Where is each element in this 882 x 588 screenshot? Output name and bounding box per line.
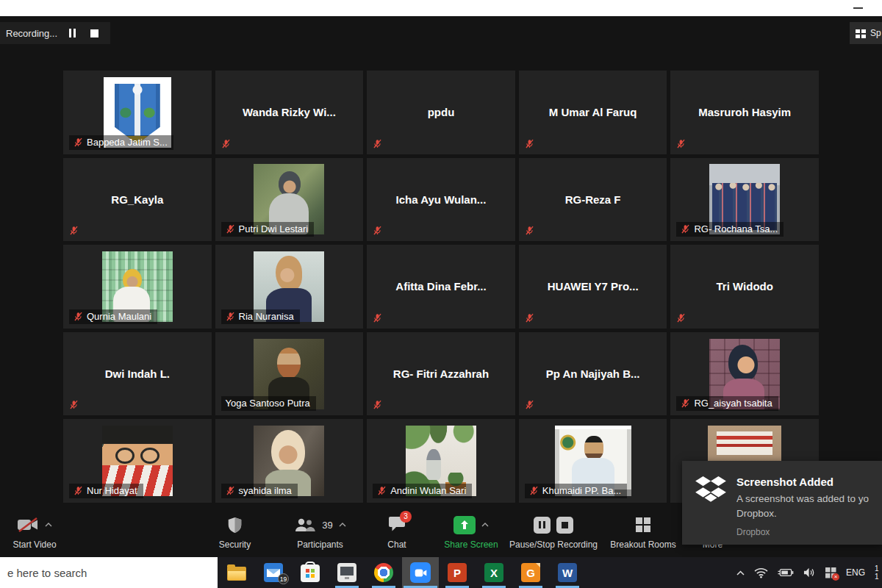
speaker-view-button[interactable]: Sp [850,22,882,44]
share-screen-button[interactable]: Share Screen [431,515,512,550]
chevron-up-icon[interactable] [339,523,346,527]
search-placeholder: e here to search [7,567,87,579]
participant-tile[interactable]: Icha Ayu Wulan... [367,158,515,242]
participant-tile[interactable]: Masruroh Hasyim [670,71,819,154]
word-taskbar-icon[interactable]: W [549,557,586,588]
g-pdf-app-taskbar-icon[interactable]: G [512,557,549,588]
gallery-grid-icon [856,29,860,33]
participant-tile[interactable]: Dwi Indah L. [63,332,212,416]
start-video-button[interactable]: Start Video [1,515,68,550]
notification-title: Screenshot Added [736,476,869,488]
wifi-icon[interactable] [754,567,768,578]
volume-icon[interactable] [803,567,816,578]
excel-taskbar-icon[interactable]: X [476,557,512,588]
participant-tile[interactable]: Pp An Najiyah B... [519,332,667,416]
participant-tile[interactable]: Wanda Rizky Wi... [215,71,364,154]
participant-name: Icha Ayu Wulan... [390,193,492,206]
mail-taskbar-icon[interactable]: 19 [255,557,292,588]
muted-mic-icon [525,400,534,409]
muted-mic-icon [226,312,235,321]
participants-button[interactable]: 39 Participants [282,515,359,550]
recording-label: Recording... [6,28,57,39]
pause-recording-icon[interactable] [534,517,551,534]
breakout-rooms-button[interactable]: Breakout Rooms [603,515,684,550]
participant-name-label: Khumaidi PP. Ba... [525,484,627,498]
participant-name-label: Qurnia Maulani [69,309,157,324]
participant-tile[interactable]: RG- Rochana Tsa... [670,158,819,242]
desktop-app-taskbar-icon[interactable] [329,557,365,588]
muted-mic-icon [74,486,83,495]
clock-fragment[interactable]: 11 [875,564,880,581]
participant-name-label: Bappeda Jatim S... [69,135,173,150]
participant-tile[interactable]: Qurnia Maulani [63,245,212,329]
pause-stop-recording-label: Pause/Stop Recording [509,539,598,550]
powerpoint-taskbar-icon[interactable]: P [439,557,476,588]
chat-badge: 3 [400,511,412,523]
participant-name-label: Ria Nuranisa [221,309,300,324]
share-screen-icon [453,516,476,534]
stop-icon [90,29,98,37]
muted-mic-icon [525,139,534,148]
participant-name-label: Putri Dwi Lestari [221,222,315,237]
participants-label: Participants [297,539,343,550]
participant-tile[interactable]: Putri Dwi Lestari [215,158,364,242]
participant-tile[interactable]: RG-Reza F [519,158,667,242]
chrome-taskbar-icon[interactable] [365,557,402,588]
security-button[interactable]: Security [207,515,262,550]
pause-stop-recording-button[interactable]: Pause/Stop Recording [506,515,601,550]
stop-recording-button[interactable] [87,26,101,40]
taskbar-search-input[interactable]: e here to search [0,557,218,588]
participant-name-label: RG- Rochana Tsa... [676,222,784,237]
muted-mic-icon [681,224,690,234]
participant-tile[interactable]: HUAWEI Y7 Pro... [519,245,667,329]
muted-mic-icon [676,313,686,323]
participant-tile[interactable]: RG_Kayla [63,158,212,242]
muted-mic-icon [681,398,690,408]
zoom-taskbar-icon[interactable] [402,557,439,588]
security-label: Security [219,539,251,550]
participants-grid: Bappeda Jatim S...Wanda Rizky Wi...ppduM… [63,71,819,503]
participant-tile[interactable]: syahida ilma [215,419,364,503]
view-button-label: Sp [870,28,881,38]
participant-tile[interactable]: M Umar Al Faruq [519,71,667,154]
participant-name-label: Yoga Santoso Putra [221,396,316,411]
chat-button[interactable]: 3 Chat [371,515,423,550]
participant-tile[interactable]: Bappeda Jatim S... [63,71,212,154]
participant-tile[interactable]: Afitta Dina Febr... [367,245,515,329]
participant-tile[interactable]: ppdu [367,71,515,154]
participant-tile[interactable]: Khumaidi PP. Ba... [519,419,667,503]
notification-app-name: Dropbox [736,527,869,537]
share-screen-label: Share Screen [444,539,498,550]
stop-recording-icon[interactable] [556,517,573,534]
file-explorer-taskbar-icon[interactable] [218,557,255,588]
participant-tile[interactable]: Nur Hidayat [63,419,212,503]
battery-icon[interactable] [778,568,794,577]
muted-mic-icon [74,137,83,147]
participant-tile[interactable]: RG- Fitri Azzahrah [367,332,515,416]
chat-label: Chat [387,539,406,550]
microsoft-store-taskbar-icon[interactable] [292,557,329,588]
participant-tile[interactable]: RG_aisyah tsabita [670,332,819,416]
mail-badge: 19 [278,573,289,584]
participant-tile[interactable]: Andini Wulan Sari [367,419,515,503]
muted-mic-icon [676,139,686,148]
breakout-rooms-label: Breakout Rooms [610,539,675,550]
participant-name: Tri Widodo [711,280,779,293]
pause-icon [69,29,71,37]
chevron-up-icon[interactable] [45,523,52,527]
muted-mic-icon [74,312,83,321]
dropbox-sync-error-icon[interactable] [825,567,836,578]
muted-mic-icon [525,226,534,235]
hidden-icons-chevron[interactable] [736,570,745,576]
participant-tile[interactable]: Yoga Santoso Putra [215,332,364,416]
pause-recording-button[interactable] [65,26,79,40]
dropbox-notification[interactable]: Screenshot Added A screenshot was added … [682,461,882,545]
chevron-up-icon[interactable] [481,523,489,527]
muted-mic-icon [373,313,382,323]
minimize-button[interactable] [853,7,863,9]
muted-mic-icon [529,486,539,495]
participant-tile[interactable]: Tri Widodo [670,245,819,329]
participant-tile[interactable]: Ria Nuranisa [215,245,364,329]
language-indicator[interactable]: ENG [846,567,865,578]
muted-mic-icon [373,139,382,148]
